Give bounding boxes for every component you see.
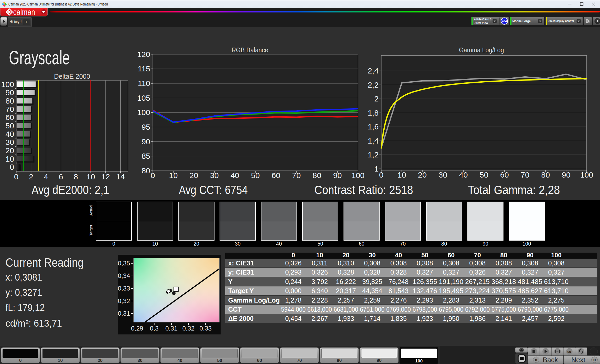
svg-text:70: 70 — [297, 358, 302, 363]
svg-text:1,278: 1,278 — [285, 297, 302, 304]
svg-text:1,2: 1,2 — [368, 150, 379, 159]
svg-text:0,244: 0,244 — [285, 278, 302, 285]
svg-text:6798,000: 6798,000 — [413, 306, 437, 313]
svg-text:40: 40 — [5, 130, 14, 138]
svg-text:Calman 2025 Calman Ultimate fo: Calman 2025 Calman Ultimate for Business… — [8, 2, 108, 6]
svg-text:6751,000: 6751,000 — [360, 306, 385, 313]
svg-text:0,000: 0,000 — [285, 287, 302, 294]
svg-text:6613,000: 6613,000 — [307, 306, 332, 313]
svg-text:85: 85 — [142, 152, 150, 160]
svg-text:3,792: 3,792 — [311, 278, 328, 285]
svg-text:Next: Next — [571, 356, 585, 364]
svg-text:+: + — [25, 19, 28, 25]
svg-text:y: 0,3271: y: 0,3271 — [5, 287, 42, 298]
svg-text:0,327: 0,327 — [548, 269, 565, 276]
svg-text:0,308: 0,308 — [469, 259, 486, 267]
svg-text:10: 10 — [86, 172, 95, 181]
svg-text:0,310: 0,310 — [338, 259, 354, 267]
svg-text:X-Rite i1Pro 3: X-Rite i1Pro 3 — [474, 18, 491, 21]
svg-text:6,340: 6,340 — [311, 287, 328, 294]
svg-text:60: 60 — [5, 113, 14, 122]
svg-text:50: 50 — [317, 241, 323, 247]
svg-text:0,308: 0,308 — [390, 259, 407, 267]
svg-text:60: 60 — [257, 358, 262, 363]
svg-text:1,6: 1,6 — [368, 122, 379, 131]
svg-text:1,4: 1,4 — [368, 136, 379, 145]
svg-text:2,592: 2,592 — [548, 315, 565, 322]
svg-text:16,222: 16,222 — [336, 278, 356, 285]
svg-text:0,326: 0,326 — [285, 259, 302, 267]
svg-text:Actual: Actual — [89, 205, 93, 216]
svg-text:10: 10 — [152, 241, 158, 247]
svg-text:485,627: 485,627 — [518, 287, 542, 294]
svg-text:10: 10 — [316, 252, 323, 259]
svg-text:6769,000: 6769,000 — [386, 306, 411, 313]
svg-text:370,575: 370,575 — [491, 287, 516, 294]
svg-text:0,31: 0,31 — [165, 325, 178, 332]
svg-text:0: 0 — [10, 163, 14, 171]
svg-text:30: 30 — [137, 358, 142, 363]
svg-text:90: 90 — [483, 241, 488, 247]
svg-text:1,714: 1,714 — [364, 315, 380, 322]
svg-text:Gamma Log/Log: Gamma Log/Log — [459, 46, 504, 54]
svg-text:2,2: 2,2 — [368, 81, 379, 89]
svg-text:80: 80 — [337, 358, 342, 363]
svg-text:Direct View: Direct View — [474, 21, 488, 25]
svg-text:100: 100 — [523, 241, 531, 247]
svg-text:100: 100 — [1, 80, 14, 89]
svg-text:0,33: 0,33 — [199, 325, 212, 332]
svg-text:Avg dE2000: 2,1: Avg dE2000: 2,1 — [32, 183, 109, 197]
svg-text:80: 80 — [5, 96, 14, 105]
svg-text:6681,000: 6681,000 — [334, 306, 358, 313]
svg-text:Total Gamma: 2,28: Total Gamma: 2,28 — [468, 183, 560, 197]
svg-text:40: 40 — [276, 241, 282, 247]
svg-text:0: 0 — [113, 241, 115, 247]
svg-text:44,354: 44,354 — [362, 287, 382, 294]
svg-text:y: CIE31: y: CIE31 — [228, 269, 254, 276]
svg-text:2,257: 2,257 — [338, 297, 354, 304]
svg-text:0,31: 0,31 — [118, 310, 130, 317]
svg-text:20: 20 — [98, 358, 103, 363]
svg-text:x: CIE31: x: CIE31 — [228, 259, 254, 267]
svg-text:Gamma Log/Log: Gamma Log/Log — [228, 297, 280, 304]
svg-text:100: 100 — [551, 252, 562, 259]
svg-text:80: 80 — [142, 166, 150, 175]
svg-text:6: 6 — [59, 172, 63, 181]
svg-text:2: 2 — [29, 172, 33, 181]
svg-text:0,308: 0,308 — [443, 259, 459, 267]
svg-text:RGB Balance: RGB Balance — [232, 46, 268, 54]
svg-text:0,29: 0,29 — [131, 325, 143, 332]
svg-text:20: 20 — [5, 146, 14, 155]
svg-text:0: 0 — [291, 252, 295, 259]
svg-text:6790,000: 6790,000 — [518, 306, 542, 313]
svg-text:80: 80 — [441, 241, 447, 247]
svg-text:1,933: 1,933 — [338, 315, 354, 322]
svg-text:2,141: 2,141 — [496, 315, 512, 322]
svg-text:0,32: 0,32 — [182, 325, 195, 332]
svg-text:6792,000: 6792,000 — [465, 306, 490, 313]
svg-text:120: 120 — [137, 50, 150, 59]
svg-text:30: 30 — [5, 138, 14, 146]
svg-text:110: 110 — [138, 79, 150, 88]
svg-text:8: 8 — [74, 172, 78, 181]
svg-text:50: 50 — [217, 358, 222, 363]
svg-text:30: 30 — [235, 241, 241, 247]
svg-text:191,190: 191,190 — [439, 278, 463, 285]
svg-text:90: 90 — [5, 88, 14, 97]
svg-text:Current Reading: Current Reading — [5, 256, 84, 269]
svg-text:50: 50 — [5, 121, 14, 130]
svg-text:2,259: 2,259 — [364, 297, 380, 304]
svg-text:CCT: CCT — [228, 306, 242, 313]
svg-text:0,327: 0,327 — [496, 269, 512, 276]
svg-text:2,289: 2,289 — [496, 297, 512, 304]
svg-text:Contrast Ratio: 2518: Contrast Ratio: 2518 — [315, 183, 413, 197]
svg-text:2,228: 2,228 — [311, 297, 328, 304]
svg-text:30: 30 — [369, 252, 376, 259]
svg-text:0,308: 0,308 — [496, 259, 512, 267]
svg-text:115: 115 — [138, 64, 150, 73]
svg-text:0,308: 0,308 — [548, 259, 565, 267]
svg-text:2: 2 — [374, 94, 379, 103]
svg-text:2,352: 2,352 — [522, 297, 538, 304]
svg-text:0,308: 0,308 — [417, 259, 433, 267]
svg-text:20: 20 — [194, 241, 199, 247]
